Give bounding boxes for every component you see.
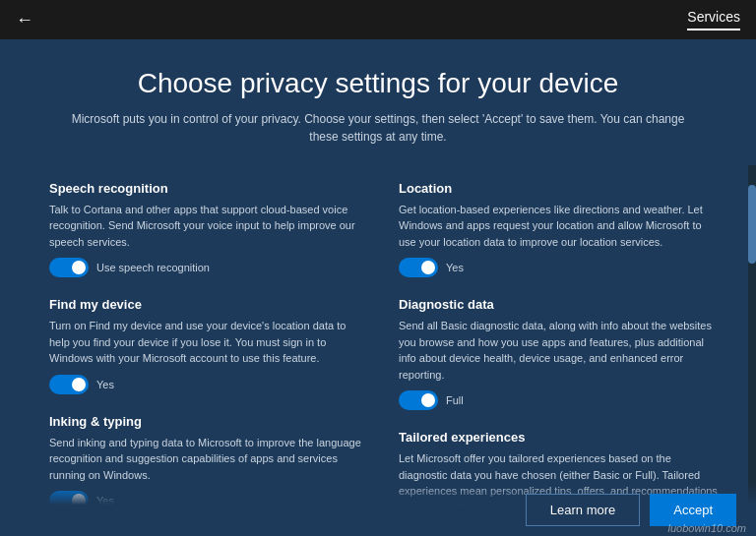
setting-location-desc: Get location-based experiences like dire… [399,202,719,251]
setting-speech-toggle-row: Use speech recognition [49,258,369,277]
diagnostic-toggle-label: Full [446,394,464,406]
settings-right-column: Location Get location-based experiences … [399,181,719,536]
setting-inking-title: Inking & typing [49,414,369,429]
speech-toggle-track [49,258,89,277]
setting-find-device: Find my device Turn on Find my device an… [49,297,369,394]
diagnostic-toggle-track [399,390,438,410]
scrollbar[interactable] [748,165,756,536]
setting-speech: Speech recognition Talk to Cortana and o… [49,181,369,278]
titlebar: ← Services [0,0,756,39]
back-button[interactable]: ← [16,10,33,30]
watermark: luobowin10.com [668,522,747,534]
titlebar-title: Services [687,9,740,30]
setting-location: Location Get location-based experiences … [399,181,719,278]
page-title: Choose privacy settings for your device [59,67,697,100]
setting-location-toggle-row: Yes [399,258,719,277]
settings-columns: Speech recognition Talk to Cortana and o… [49,181,719,536]
find-device-toggle-thumb [72,378,86,391]
setting-diagnostic-toggle-row: Full [399,390,719,410]
speech-toggle-thumb [72,261,86,274]
learn-more-button[interactable]: Learn more [526,494,640,526]
find-device-toggle-label: Yes [96,379,114,390]
setting-speech-desc: Talk to Cortana and other apps that supp… [49,202,369,251]
location-toggle-label: Yes [446,262,464,273]
diagnostic-toggle-thumb [421,393,435,407]
setting-inking-desc: Send inking and typing data to Microsoft… [49,435,369,484]
bottom-bar: Learn more Accept [0,484,756,536]
location-toggle-thumb [421,261,435,274]
setting-find-device-title: Find my device [49,297,369,312]
find-device-toggle-track [49,375,89,394]
settings-left-column: Speech recognition Talk to Cortana and o… [49,181,369,536]
page-subtitle: Microsoft puts you in control of your pr… [59,110,697,146]
setting-diagnostic-title: Diagnostic data [399,297,719,312]
header-section: Choose privacy settings for your device … [0,39,756,165]
speech-toggle[interactable] [49,258,89,277]
location-toggle[interactable] [399,258,438,277]
setting-location-title: Location [399,181,719,196]
location-toggle-track [399,258,438,277]
find-device-toggle[interactable] [49,375,89,394]
setting-diagnostic-desc: Send all Basic diagnostic data, along wi… [399,318,719,383]
setting-find-device-desc: Turn on Find my device and use your devi… [49,318,369,367]
settings-scroll[interactable]: Speech recognition Talk to Cortana and o… [0,165,748,536]
scrollbar-thumb [748,185,756,264]
main-content: Choose privacy settings for your device … [0,39,756,536]
setting-speech-title: Speech recognition [49,181,369,196]
settings-area: Speech recognition Talk to Cortana and o… [0,165,756,536]
setting-diagnostic: Diagnostic data Send all Basic diagnosti… [399,297,719,410]
setting-tailored-title: Tailored experiences [399,430,719,445]
diagnostic-toggle[interactable] [399,390,438,410]
speech-toggle-label: Use speech recognition [96,262,210,273]
setting-find-device-toggle-row: Yes [49,375,369,394]
